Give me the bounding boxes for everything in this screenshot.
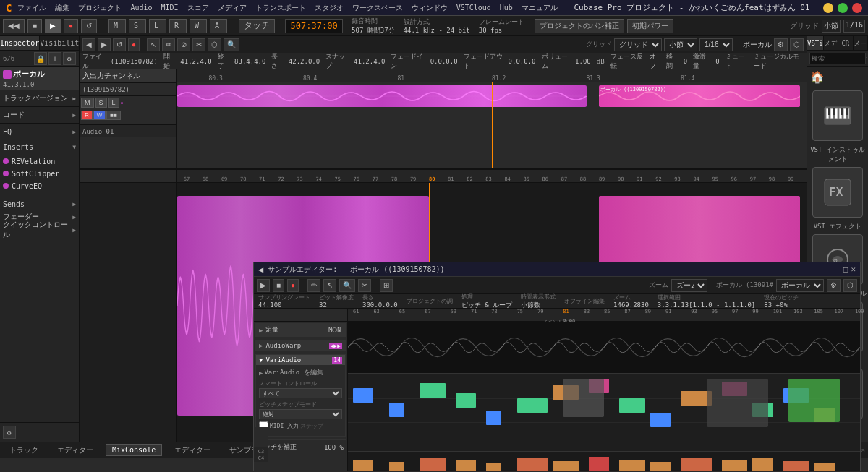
se-settings-btn[interactable]: ⚙ <box>827 279 841 292</box>
se-zoom-btn[interactable]: 🔍 <box>339 279 355 292</box>
editor-record-btn[interactable]: ● <box>128 38 140 51</box>
tab-mixconsole[interactable]: MixConsole <box>106 444 162 456</box>
menu-window[interactable]: ウィンドウ <box>409 1 451 14</box>
m-button[interactable]: M <box>109 19 126 33</box>
scissors-tool-btn[interactable]: ✂ <box>192 38 205 51</box>
menu-hub[interactable]: Hub <box>497 2 516 13</box>
write-btn[interactable]: W <box>93 111 106 120</box>
project-sync-button[interactable]: プロジェクトのパン補正 <box>535 19 624 33</box>
piano-block-0[interactable] <box>353 388 373 403</box>
s-button[interactable]: S <box>129 19 146 33</box>
tab-vsti[interactable]: VSTi <box>807 36 824 50</box>
tab-inspector[interactable]: Inspector <box>0 36 40 50</box>
menu-file[interactable]: ファイル <box>14 1 49 14</box>
editor-play-btn[interactable]: ▶ <box>98 38 111 51</box>
menu-score[interactable]: スコア <box>184 1 212 14</box>
menu-studio[interactable]: スタジオ <box>312 1 346 14</box>
inspector-add-btn[interactable]: + <box>48 52 61 65</box>
se-grid-btn[interactable]: ⊞ <box>380 279 393 292</box>
audio-clip-main[interactable] <box>177 85 587 107</box>
se-maximize-btn[interactable]: □ <box>843 265 848 274</box>
se-minimize-btn[interactable]: — <box>835 265 841 274</box>
inspector-lock-btn[interactable]: 🔒 <box>34 52 47 65</box>
menu-audio[interactable]: Audio <box>127 2 155 13</box>
insert-softclipper[interactable]: SoftClipper <box>3 168 76 179</box>
piano-block-2[interactable] <box>420 383 445 398</box>
l-button[interactable]: L <box>149 19 166 33</box>
insert-revelation[interactable]: REVelation <box>3 155 76 167</box>
menu-media[interactable]: メディア <box>215 1 250 14</box>
channel-btn3[interactable]: ■■ <box>106 111 121 120</box>
se-zoom-select[interactable]: ズーム <box>671 279 707 292</box>
smart-control-select[interactable]: すべて <box>259 388 342 398</box>
menu-workspace[interactable]: ワークスペース <box>349 1 406 14</box>
quick-controls-header[interactable]: クイックコントロール ▶ <box>0 223 79 236</box>
snap-value-select[interactable]: 小節 <box>664 38 697 51</box>
track-version-header[interactable]: トラックバージョン ▶ <box>3 92 76 105</box>
editor-settings-btn[interactable]: ⚙ <box>774 38 788 51</box>
audiowarp-header[interactable]: ▶ AudioWarp ◀▶▶ <box>256 340 345 351</box>
tab-editor1[interactable]: エディター <box>51 443 100 458</box>
sends-header[interactable]: Sends ▶ <box>0 197 79 210</box>
audio-clip-second[interactable]: ボーカル ((1309150782)) <box>599 85 800 107</box>
insert-curveeq[interactable]: CurveEQ <box>3 180 76 192</box>
minimize-button[interactable] <box>823 3 833 13</box>
snap-select[interactable]: 小節 <box>822 20 841 33</box>
se-track-select[interactable]: ボーカル <box>776 279 824 292</box>
se-stop-btn[interactable]: ■ <box>273 279 284 292</box>
editor-prev-btn[interactable]: ◀ <box>82 38 95 51</box>
variaudio-header[interactable]: ▼ VariAudio 14 <box>256 355 345 365</box>
select-tool-btn[interactable]: ↖ <box>147 38 160 51</box>
erase-tool-btn[interactable]: ⊘ <box>177 38 190 51</box>
eq-header[interactable]: EQ ▶ <box>3 125 76 138</box>
variaudio-edit-row[interactable]: ▶ VariAudio を編集 <box>259 368 342 377</box>
menu-edit[interactable]: 編集 <box>52 1 72 14</box>
se-play-btn[interactable]: ▶ <box>257 279 270 292</box>
media-search-input[interactable] <box>809 53 866 64</box>
vst-instruments-icon[interactable] <box>812 90 863 141</box>
power-button[interactable]: 初期パワー <box>627 19 673 33</box>
tab-media[interactable]: メディア <box>824 36 838 50</box>
tab-cr[interactable]: CR <box>838 36 853 50</box>
menu-project[interactable]: プロジェクト <box>75 1 124 14</box>
a-button[interactable]: A <box>210 19 227 33</box>
teigi-header[interactable]: ▶ 定量 M⬡N <box>256 324 345 336</box>
menu-midi[interactable]: MIDI <box>158 2 182 13</box>
menu-manual[interactable]: マニュアル <box>519 1 561 14</box>
quantize-select[interactable]: 1/16 <box>843 20 865 33</box>
zoom-tool-btn[interactable]: 🔍 <box>224 38 239 51</box>
maximize-button[interactable] <box>838 3 848 13</box>
se-close-btn[interactable]: ✕ <box>851 265 856 274</box>
menu-transport[interactable]: トランスポート <box>252 1 309 14</box>
mode-button[interactable]: タッチ <box>239 19 275 33</box>
glue-tool-btn[interactable]: ⬡ <box>208 38 221 51</box>
listen-btn[interactable]: L <box>109 98 119 108</box>
rewind-button[interactable]: ◀◀ <box>3 19 25 33</box>
piano-block-4[interactable] <box>486 411 501 425</box>
snap-mode-select[interactable]: グリッド <box>614 38 662 51</box>
tab-meter[interactable]: メーター <box>854 36 868 50</box>
chord-header[interactable]: コード ▶ <box>3 108 76 121</box>
editor-expand-btn[interactable]: ⬡ <box>790 38 804 51</box>
inspector-settings-btn[interactable]: ⚙ <box>63 52 76 65</box>
piano-block-1[interactable] <box>389 403 404 417</box>
home-icon[interactable]: 🏠 <box>810 70 825 84</box>
record-button[interactable]: ● <box>64 19 78 33</box>
close-button[interactable] <box>852 3 862 13</box>
se-select-btn[interactable]: ↖ <box>323 279 336 292</box>
play-button[interactable]: ▶ <box>45 19 61 33</box>
w-button[interactable]: W <box>190 19 207 33</box>
tab-visibility[interactable]: Visibility <box>40 36 84 50</box>
tab-editor2[interactable]: エディター <box>168 443 217 458</box>
se-expand-btn[interactable]: ⬡ <box>843 279 857 292</box>
r-button[interactable]: R <box>169 19 187 33</box>
piano-block-5[interactable] <box>517 398 548 413</box>
se-scissors-btn[interactable]: ✂ <box>358 279 371 292</box>
quantize-val-select[interactable]: 1/16 <box>699 38 733 51</box>
pencil-tool-btn[interactable]: ✏ <box>162 38 175 51</box>
pitch-step-select[interactable]: 絶対 <box>259 409 342 419</box>
settings-icon[interactable]: ⚙ <box>3 426 16 439</box>
piano-block-9[interactable] <box>650 413 671 427</box>
vst-effects-icon[interactable]: FX <box>812 167 863 218</box>
loop-button[interactable]: ↺ <box>81 19 97 33</box>
